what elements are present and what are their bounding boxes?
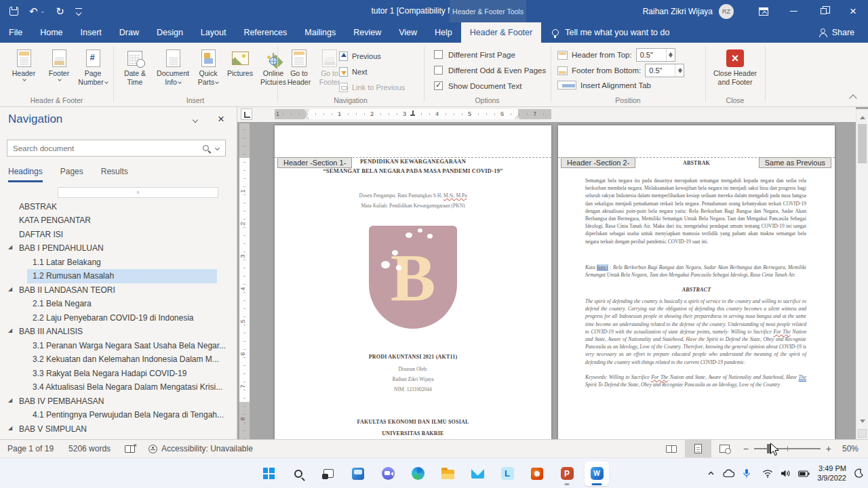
go-to-header-button[interactable]: Go to Header xyxy=(283,45,315,95)
microphone-icon[interactable] xyxy=(743,468,751,479)
web-layout-button[interactable] xyxy=(711,440,738,458)
heading-item-empty[interactable]: x xyxy=(0,186,236,200)
previous-button[interactable]: Previous xyxy=(339,50,381,62)
search-icon[interactable] xyxy=(203,145,209,151)
pictures-button[interactable]: Pictures xyxy=(224,45,256,95)
chat-button[interactable] xyxy=(376,462,400,486)
header-button[interactable]: Header xyxy=(5,45,42,95)
zoom-out-button[interactable]: − xyxy=(738,443,754,454)
heading-item[interactable]: ◢BAB II LANDASAN TEORI xyxy=(0,283,236,298)
heading-item[interactable]: 4.1 Pentingnya Perwujudan Bela Negara di… xyxy=(0,408,236,422)
tab-references[interactable]: References xyxy=(235,22,296,43)
scroll-up-icon[interactable] xyxy=(860,113,865,119)
page-indicator[interactable]: Page 1 of 19 xyxy=(0,444,61,453)
heading-item[interactable]: DAFTAR ISI xyxy=(0,228,236,242)
page-number-button[interactable]: Page Number xyxy=(75,45,111,95)
task-view-button[interactable] xyxy=(316,462,340,486)
search-box[interactable] xyxy=(7,140,226,157)
show-document-text-checkbox[interactable]: Show Document Text xyxy=(434,81,521,90)
powerpoint-button[interactable] xyxy=(555,462,579,486)
pane-close-icon[interactable]: × xyxy=(218,113,224,126)
tab-results[interactable]: Results xyxy=(101,167,128,182)
account-name[interactable]: Raihan Zikri Wijaya xyxy=(643,7,713,16)
footer-button[interactable]: Footer xyxy=(41,45,77,95)
spinner-arrows[interactable] xyxy=(666,49,675,61)
heading-item-selected[interactable]: 1.2 Rumusan Masalah xyxy=(0,269,236,283)
restore-button[interactable] xyxy=(808,0,838,22)
tab-stop-selector[interactable] xyxy=(241,108,252,120)
tab-review[interactable]: Review xyxy=(344,22,390,43)
different-first-page-checkbox[interactable]: Different First Page xyxy=(434,50,515,59)
onedrive-cloud-icon[interactable] xyxy=(723,469,735,478)
mail-button[interactable] xyxy=(465,462,490,486)
read-mode-button[interactable] xyxy=(658,440,685,458)
edge-button[interactable] xyxy=(406,462,430,486)
close-button[interactable]: × xyxy=(838,0,868,22)
close-header-footer-button[interactable]: × Close Header and Footer xyxy=(709,45,761,95)
tab-pages[interactable]: Pages xyxy=(60,167,83,182)
right-indent-marker[interactable] xyxy=(515,113,520,119)
collapse-triangle-icon[interactable]: ◢ xyxy=(8,244,12,250)
tab-home[interactable]: Home xyxy=(31,22,71,43)
tab-headings[interactable]: Headings xyxy=(8,167,43,182)
tab-mailings[interactable]: Mailings xyxy=(296,22,344,43)
search-input[interactable] xyxy=(7,144,203,152)
hidden-icons-chevron-icon[interactable] xyxy=(707,469,715,478)
heading-item[interactable]: ◢BAB IV PEMBAHASAN xyxy=(0,394,236,409)
heading-item[interactable]: ◢BAB V SIMPULAN xyxy=(0,422,236,436)
heading-item[interactable]: 2.2 Laju Penyebaran COVID-19 di Indonesi… xyxy=(0,311,236,325)
scroll-down-icon[interactable] xyxy=(860,420,865,426)
minimize-button[interactable] xyxy=(778,0,808,22)
zoom-slider[interactable] xyxy=(754,448,821,449)
browse-object-button[interactable] xyxy=(858,429,867,438)
heading-item[interactable]: 3.2 Kekuatan dan Kelemahan Indonesia Dal… xyxy=(0,352,236,367)
battery-icon[interactable] xyxy=(798,470,810,477)
heading-item[interactable]: ◢BAB I PENDAHULUAN xyxy=(0,241,236,256)
zoom-in-button[interactable]: + xyxy=(821,443,837,454)
collapse-triangle-icon[interactable]: ◢ xyxy=(8,286,12,292)
heading-item[interactable]: KATA PENGANTAR xyxy=(0,214,236,228)
accessibility-status[interactable]: Accessibility: Unavailable xyxy=(161,444,253,453)
document-page-2[interactable]: Header -Section 2- Same as Previous ABST… xyxy=(558,125,835,439)
tab-insert[interactable]: Insert xyxy=(72,22,111,43)
insert-alignment-tab-button[interactable]: Insert Alignment Tab xyxy=(557,81,651,89)
word-button[interactable] xyxy=(585,462,609,486)
widgets-button[interactable] xyxy=(346,462,370,486)
tab-draw[interactable]: Draw xyxy=(111,22,148,43)
footer-from-bottom-input[interactable]: 0.5" xyxy=(645,64,684,77)
heading-item[interactable]: ◢BAB III ANALISIS xyxy=(0,325,236,339)
hanging-indent-marker[interactable] xyxy=(304,113,309,119)
tab-file[interactable]: File xyxy=(0,22,31,43)
vertical-scrollbar[interactable] xyxy=(856,109,868,439)
date-time-button[interactable]: Date & Time xyxy=(117,45,153,95)
heading-item[interactable]: 2.1 Bela Negara xyxy=(0,297,236,311)
different-odd-even-checkbox[interactable]: Different Odd & Even Pages xyxy=(434,66,546,75)
wifi-icon[interactable] xyxy=(762,469,773,478)
tab-view[interactable]: View xyxy=(390,22,426,43)
tab-help[interactable]: Help xyxy=(426,22,461,43)
quick-parts-button[interactable]: Quick Parts xyxy=(193,45,224,95)
zoom-level[interactable]: 50% xyxy=(837,444,868,453)
document-info-button[interactable]: Document Info xyxy=(153,45,193,95)
tab-layout[interactable]: Layout xyxy=(192,22,235,43)
heading-item[interactable]: ABSTRAK xyxy=(0,200,236,214)
share-button[interactable]: Share xyxy=(818,22,868,43)
focus-moon-icon[interactable] xyxy=(854,468,864,479)
speaker-icon[interactable] xyxy=(781,469,791,478)
avatar[interactable]: RZ xyxy=(719,4,734,19)
heading-item[interactable]: 1.1 Latar Belakang xyxy=(0,256,236,270)
collapse-ribbon-icon[interactable] xyxy=(849,94,856,102)
vertical-ruler[interactable]: 1 2 3 4 5 6 7 8 xyxy=(239,123,250,439)
tell-me-box[interactable]: Tell me what you want to do xyxy=(552,22,669,43)
office-button[interactable] xyxy=(525,462,549,486)
search-dropdown-icon[interactable] xyxy=(215,146,220,150)
document-page-1[interactable]: Header -Section 1- PENDIDIKAN KEWARGANEG… xyxy=(275,125,551,439)
print-layout-button[interactable] xyxy=(685,440,711,458)
header-from-top-input[interactable]: 0.5" xyxy=(636,48,675,62)
ribbon-display-options-button[interactable] xyxy=(749,0,778,22)
pane-options-chevron-icon[interactable] xyxy=(193,117,198,123)
heading-item[interactable]: 3.3 Rakyat Bela Negara Hadapi COVID-19 xyxy=(0,367,236,381)
tab-header-footer[interactable]: Header & Footer xyxy=(461,22,541,43)
horizontal-ruler[interactable]: 1 1 2 3 4 5 6 7 xyxy=(275,109,551,119)
line-app-button[interactable] xyxy=(495,462,519,486)
